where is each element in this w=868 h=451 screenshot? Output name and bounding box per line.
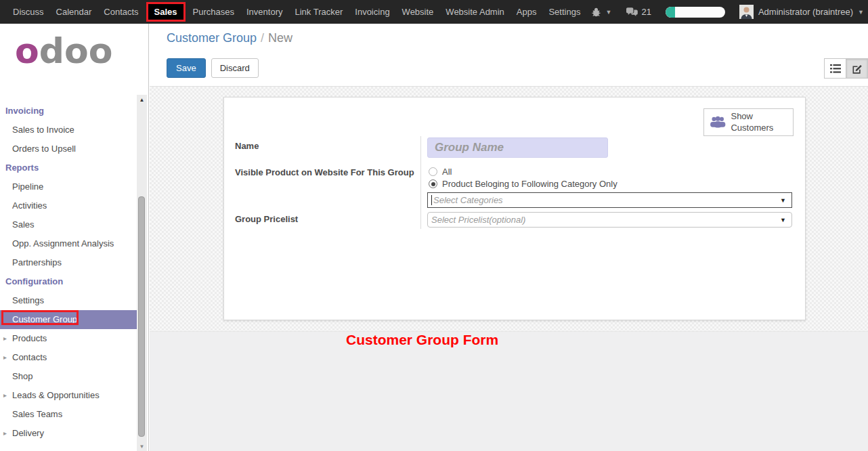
sidebar-item-label: Activities [12, 200, 47, 211]
chat-bubbles-icon [626, 7, 638, 17]
radio-category-label: Product Beloging to Following Category O… [442, 179, 617, 189]
categories-select[interactable]: Select Categories ▼ [427, 192, 792, 208]
sidebar-item-opp-assignment-analysis[interactable]: Opp. Assignment Analysis [0, 234, 138, 253]
discard-button[interactable]: Discard [211, 58, 259, 78]
topbar-menu: DiscussCalendarContactsSalesPurchasesInv… [0, 0, 586, 24]
topbar-menu-invoicing[interactable]: Invoicing [349, 0, 395, 24]
odoo-logo-first-letter: o [15, 30, 39, 71]
people-group-icon [710, 114, 726, 130]
debug-bug-icon[interactable] [591, 7, 601, 17]
topbar-menu-contacts[interactable]: Contacts [97, 0, 144, 24]
breadcrumb-parent-link[interactable]: Customer Group [167, 31, 257, 45]
radio-all[interactable]: All [429, 167, 452, 177]
topbar-menu-sales[interactable]: Sales [145, 2, 187, 22]
topbar-menu-inventory[interactable]: Inventory [240, 0, 288, 24]
list-view-button[interactable] [824, 58, 846, 79]
sidebar-item-settings[interactable]: Settings [0, 291, 138, 310]
pricelist-select-placeholder: Select Pricelist(optional) [431, 215, 780, 225]
show-customers-button[interactable]: Show Customers [703, 108, 794, 136]
scroll-up-icon[interactable]: ▲ [137, 97, 147, 103]
sidebar-item-label: Products [12, 333, 47, 343]
name-field-label: Name [235, 141, 259, 151]
sidebar-item-pipeline[interactable]: Pipeline [0, 177, 138, 196]
topbar-menu-discuss[interactable]: Discuss [7, 0, 50, 24]
topbar-menu-apps[interactable]: Apps [511, 0, 543, 24]
list-icon [830, 64, 841, 73]
topbar-menu-settings[interactable]: Settings [542, 0, 586, 24]
pricelist-caret-down-icon: ▼ [780, 217, 786, 223]
save-button[interactable]: Save [167, 58, 206, 78]
edit-pencil-icon [852, 63, 863, 74]
breadcrumb-current: New [268, 31, 292, 45]
radio-all-circle-icon[interactable] [429, 167, 437, 176]
sidebar-item-sales[interactable]: Sales [0, 215, 138, 234]
message-count: 21 [641, 7, 651, 17]
sidebar-menu: InvoicingSales to InvoiceOrders to Upsel… [0, 102, 138, 443]
chevron-right-icon: ▸ [3, 348, 7, 367]
pricelist-select[interactable]: Select Pricelist(optional) ▼ [427, 212, 792, 228]
scrollbar-thumb[interactable] [138, 196, 145, 437]
scroll-down-icon[interactable]: ▼ [137, 444, 147, 450]
sidebar-item-customer-group[interactable]: Customer Group [0, 310, 138, 329]
content-area: Customer Group/New Save Discard [150, 24, 868, 451]
user-avatar[interactable] [739, 5, 754, 19]
progress-pill[interactable] [666, 7, 725, 18]
sidebar-item-contacts[interactable]: ▸Contacts [0, 348, 138, 367]
sidebar-item-label: Delivery [12, 428, 44, 438]
sidebar-item-sales-to-invoice[interactable]: Sales to Invoice [0, 121, 138, 139]
sidebar-item-label: Leads & Opportunities [12, 390, 100, 400]
messages-button[interactable]: 21 [626, 7, 651, 17]
radio-all-label: All [442, 167, 452, 177]
visibility-field-label: Visible Product on Website For This Grou… [235, 167, 414, 177]
label-field-divider [420, 136, 421, 229]
topbar: DiscussCalendarContactsSalesPurchasesInv… [0, 0, 868, 24]
sidebar-item-label: Partnerships [12, 257, 62, 267]
sidebar-item-label: Contacts [12, 352, 47, 362]
sidebar-heading-reports: Reports [0, 158, 138, 177]
sidebar-item-label: Orders to Upsell [12, 144, 76, 154]
sidebar-item-activities[interactable]: Activities [0, 196, 138, 215]
topbar-menu-website-admin[interactable]: Website Admin [439, 0, 510, 24]
form-sheet: Show Customers Name Visible Product on W… [223, 97, 806, 320]
control-panel-buttons: Save Discard [167, 58, 259, 78]
annotation-caption: Customer Group Form [346, 332, 498, 348]
topbar-menu-link-tracker[interactable]: Link Tracker [288, 0, 349, 24]
view-switcher [824, 58, 868, 79]
progress-pill-fill [666, 7, 675, 18]
radio-category-only[interactable]: Product Beloging to Following Category O… [429, 179, 617, 189]
odoo-app-window: DiscussCalendarContactsSalesPurchasesInv… [0, 0, 868, 451]
red-annotation-box-topbar: Sales [146, 2, 186, 22]
sidebar-scrollbar[interactable]: ▲ ▼ [137, 95, 147, 451]
debug-caret-down-icon[interactable]: ▼ [606, 9, 612, 16]
sidebar-item-products[interactable]: ▸Products [0, 329, 138, 348]
sidebar-item-label: Sales [12, 219, 35, 230]
form-view-button[interactable] [846, 58, 868, 79]
sidebar-item-label: Opp. Assignment Analysis [12, 238, 114, 249]
sidebar-item-sales-teams[interactable]: Sales Teams [0, 405, 138, 424]
user-menu[interactable]: Administrator (braintree) [758, 7, 853, 17]
sidebar-item-shop[interactable]: Shop [0, 367, 138, 386]
sidebar-item-delivery[interactable]: ▸Delivery [0, 424, 138, 443]
topbar-right: ▼ 21 Administrator (braintree) [591, 0, 868, 24]
sidebar-heading-invoicing: Invoicing [0, 102, 138, 121]
topbar-menu-calendar[interactable]: Calendar [50, 0, 98, 24]
sidebar-item-partnerships[interactable]: Partnerships [0, 253, 138, 272]
categories-caret-down-icon: ▼ [780, 197, 786, 204]
chevron-right-icon: ▸ [3, 424, 7, 443]
sidebar-item-label: Settings [12, 295, 44, 305]
lower-background: Customer Group Form [150, 331, 868, 451]
radio-category-circle-icon[interactable] [429, 179, 437, 188]
categories-select-placeholder: Select Categories [433, 195, 780, 205]
odoo-logo-rest: doo [39, 30, 113, 71]
sidebar-item-label: Pipeline [12, 181, 43, 192]
topbar-menu-website[interactable]: Website [396, 0, 440, 24]
group-name-input[interactable] [427, 137, 608, 158]
sidebar: odoo InvoicingSales to InvoiceOrders to … [0, 24, 149, 451]
sidebar-item-leads-opportunities[interactable]: ▸Leads & Opportunities [0, 386, 138, 405]
sidebar-item-orders-to-upsell[interactable]: Orders to Upsell [0, 139, 138, 158]
topbar-menu-purchases[interactable]: Purchases [187, 0, 240, 24]
form-view-background: Show Customers Name Visible Product on W… [150, 87, 868, 331]
odoo-logo[interactable]: odoo [15, 33, 112, 68]
breadcrumb: Customer Group/New [167, 31, 292, 45]
sidebar-item-label: Customer Group [12, 314, 77, 324]
